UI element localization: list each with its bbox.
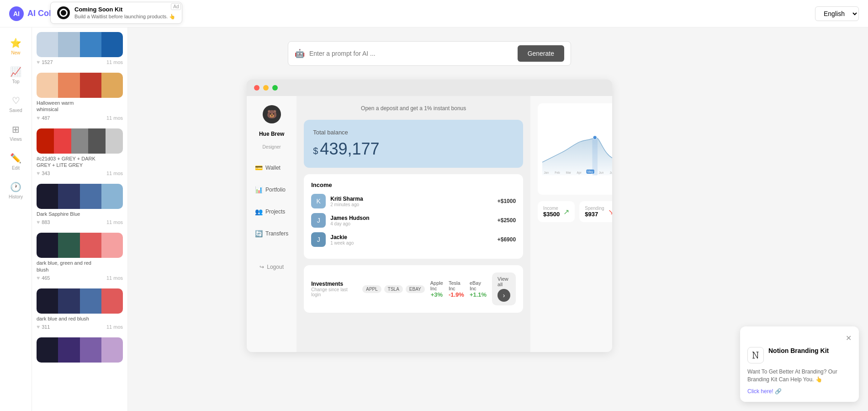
svg-text:Apr: Apr <box>577 171 582 175</box>
app-main: Open a deposit and get a 1% instant bonu… <box>296 96 530 352</box>
palette-swatch-2 <box>37 128 123 154</box>
invest-title-area: Investments Change since last login <box>311 281 357 297</box>
nav-portfolio-label: Portfolio <box>265 187 286 193</box>
chart-panel: Jan Feb Mar Apr May May Jun Jul <box>530 96 612 352</box>
close-button[interactable]: ✕ <box>846 334 852 342</box>
income-avatar-2: J <box>311 232 326 247</box>
prompt-bar: 🤖 Generate <box>288 41 571 66</box>
notion-desc: Want To Get Better At Branding? Our Bran… <box>747 368 852 384</box>
income-details-0: Kriti Sharma 2 minutes ago <box>330 196 492 207</box>
notion-link[interactable]: Click here! 🔗 <box>747 388 852 395</box>
prompt-input[interactable] <box>309 50 513 57</box>
nav-wallet-label: Wallet <box>265 165 281 171</box>
trending-icon: 📈 <box>10 66 21 77</box>
like-count-3: 883 <box>42 219 50 225</box>
ad-title: Coming Soon Kit <box>74 6 175 13</box>
expand-dot <box>272 85 278 91</box>
sidebar-item-top[interactable]: 📈 Top <box>0 61 32 90</box>
notion-link-text: Click here! 🔗 <box>747 388 782 395</box>
invest-tags: APPL TSLA EBAY <box>362 285 425 293</box>
palette-swatch-4 <box>37 233 123 258</box>
logout-icon: ↪ <box>259 264 264 270</box>
like-count-0: 1527 <box>42 59 53 65</box>
star-icon: ⭐ <box>10 37 21 48</box>
spending-trend-icon: ↘ <box>608 208 612 216</box>
app-user-name: Hue Brew <box>259 131 284 137</box>
palette-name-1: Halloween warm whimsical <box>37 100 96 113</box>
income-row: K Kriti Sharma 2 minutes ago +$1000 <box>311 194 516 208</box>
palette-likes-0: ♥ 1527 <box>37 59 53 65</box>
palette-likes-5: ♥ 311 <box>37 324 50 330</box>
income-stat: Income $3500 ↗ <box>538 201 575 222</box>
income-name-1: James Hudson <box>330 215 492 221</box>
bookmark-icon: ♡ <box>12 95 20 106</box>
ad-logo-icon <box>57 6 70 19</box>
preview-titlebar <box>247 80 612 96</box>
income-stat-value: $3500 <box>543 211 560 218</box>
view-all-button[interactable]: View all › <box>492 272 516 305</box>
list-item[interactable]: Dark Sapphire Blue ♥ 883 11 mos <box>37 184 123 225</box>
svg-text:Jan: Jan <box>544 171 549 174</box>
chart-stats: Income $3500 ↗ Spending $937 ↘ <box>538 201 612 222</box>
invest-ticker-1: TSLA <box>384 285 403 293</box>
invest-title: Investments <box>311 281 357 287</box>
income-amount-0: +$1000 <box>498 198 516 204</box>
ad-desc: Build a Waitlist before launching produc… <box>74 14 175 19</box>
sidebar-label-top: Top <box>12 79 19 84</box>
sidebar-item-edit[interactable]: ✏️ Edit <box>0 147 32 176</box>
logout-label: Logout <box>267 264 284 270</box>
logout-button[interactable]: ↪ Logout <box>256 261 287 273</box>
palette-swatch-5 <box>37 288 123 314</box>
spending-stat-label: Spending <box>585 206 604 211</box>
invest-item-0: Apple Inc +3% <box>430 280 443 298</box>
list-item[interactable]: ♥ 1527 11 mos <box>37 32 123 65</box>
income-amount-1: +$2500 <box>498 217 516 224</box>
income-stat-label: Income <box>543 206 560 211</box>
app-user-role: Designer <box>263 144 281 149</box>
income-details-2: Jackie 1 week ago <box>330 234 492 246</box>
list-item[interactable]: #c21d03 + GREY + DARK GREY + LITE GREY ♥… <box>37 128 123 177</box>
income-avatar-0: K <box>311 194 326 208</box>
balance-currency: $ <box>313 146 318 156</box>
spending-stat-value: $937 <box>585 211 604 218</box>
income-title: Income <box>311 181 516 188</box>
generate-button[interactable]: Generate <box>518 45 564 62</box>
income-details-1: James Hudson 4 day ago <box>330 215 492 226</box>
palette-panel: ♥ 1527 11 mos Halloween warm whimsical ♥… <box>32 27 128 411</box>
language-select[interactable]: English <box>815 6 859 21</box>
list-item[interactable]: dark blue, green and red blush ♥ 465 11 … <box>37 233 123 281</box>
svg-text:Mar: Mar <box>566 171 572 174</box>
list-item[interactable] <box>37 337 123 363</box>
sidebar: ⭐ New 📈 Top ♡ Saved ⊞ Views ✏️ Edit 🕐 Hi… <box>0 27 32 411</box>
notion-title: Notion Branding Kit <box>768 347 829 354</box>
svg-text:Jul: Jul <box>610 171 612 174</box>
views-icon: ⊞ <box>12 124 20 135</box>
nav-wallet[interactable]: 💳 Wallet <box>251 161 292 174</box>
view-all-arrow-icon: › <box>498 289 510 302</box>
sidebar-item-views[interactable]: ⊞ Views <box>0 118 32 147</box>
invest-item-2: eBay Inc +1.1% <box>470 280 487 298</box>
palette-likes-1: ♥ 487 <box>37 115 50 121</box>
sidebar-item-new[interactable]: ⭐ New <box>0 32 32 61</box>
palette-swatch-3 <box>37 184 123 209</box>
portfolio-icon: 📊 <box>255 186 263 193</box>
list-item[interactable]: dark blue and red blush ♥ 311 11 mos <box>37 288 123 330</box>
balance-label: Total balance <box>313 129 514 136</box>
income-avatar-1: J <box>311 213 326 228</box>
topbar: AI AI Colors Ad Coming Soon Kit Build a … <box>0 0 868 27</box>
nav-portfolio[interactable]: 📊 Portfolio <box>251 183 292 196</box>
income-trend-icon: ↗ <box>563 208 569 216</box>
list-item[interactable]: Halloween warm whimsical ♥ 487 11 mos <box>37 73 123 121</box>
sidebar-item-saved[interactable]: ♡ Saved <box>0 90 32 118</box>
invest-ticker-0: APPL <box>362 285 381 293</box>
main-layout: ⭐ New 📈 Top ♡ Saved ⊞ Views ✏️ Edit 🕐 Hi… <box>0 27 868 411</box>
promo-text: Open a deposit and get a 1% instant bonu… <box>304 103 523 113</box>
svg-text:Feb: Feb <box>555 171 560 174</box>
projects-icon: 👥 <box>255 208 263 215</box>
close-dot <box>254 85 259 91</box>
sidebar-item-history[interactable]: 🕐 History <box>0 176 32 205</box>
transfers-icon: 🔄 <box>255 230 263 237</box>
nav-transfers[interactable]: 🔄 Transfers <box>251 227 292 240</box>
nav-projects[interactable]: 👥 Projects <box>251 205 292 218</box>
nav-transfers-label: Transfers <box>265 230 288 237</box>
